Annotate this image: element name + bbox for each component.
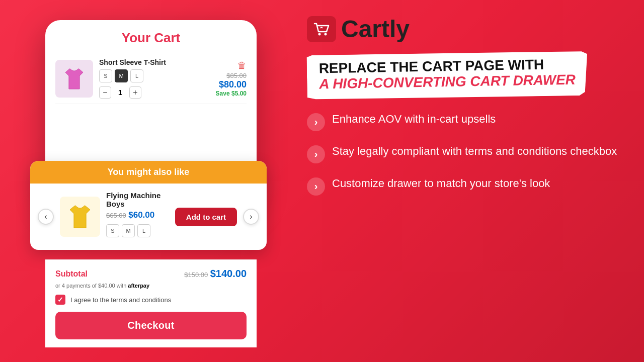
upsell-sale-price: $60.00 — [128, 210, 154, 220]
svg-point-0 — [318, 33, 321, 35]
feature-item-1: › Enhance AOV with in-cart upsells — [307, 112, 624, 131]
upsell-size-l-btn[interactable]: L — [137, 224, 150, 237]
upsell-body: ‹ Flying Machine Boys $65.00 $60.00 — [30, 184, 267, 250]
item-name: Short Sleeve T-Shirt — [99, 58, 210, 66]
afterpay-logo: afterpay — [128, 283, 149, 289]
upsell-size-m-btn[interactable]: M — [122, 224, 135, 237]
upsell-section: You might also like ‹ Flying Machine Boy… — [30, 161, 267, 250]
bottom-section: Subtotal $150.00 $140.00 or 4 payments o… — [45, 259, 257, 347]
cart-icon — [312, 22, 331, 37]
feature-text-1: Enhance AOV with in-cart upsells — [332, 112, 496, 127]
item-image — [55, 60, 93, 98]
qty-control: − 1 + — [99, 86, 210, 99]
upsell-details: Flying Machine Boys $65.00 $60.00 S M L — [106, 191, 169, 242]
upsell-item-image — [60, 197, 100, 237]
headline-wrapper: REPLACE THE CART PAGE WITH A HIGH-CONVER… — [307, 53, 624, 98]
upsell-size-s-btn[interactable]: S — [106, 224, 119, 237]
subtotal-prices: $150.00 $140.00 — [184, 268, 247, 280]
size-options[interactable]: S M L — [99, 69, 210, 82]
pink-tshirt-icon — [60, 65, 88, 93]
size-m-btn[interactable]: M — [115, 69, 128, 82]
chevron-icon-1: › — [307, 113, 325, 131]
item-original-price: $85.00 — [216, 72, 247, 79]
checkbox-check-icon: ✓ — [57, 296, 63, 304]
qty-value: 1 — [115, 88, 125, 97]
carousel-next-btn[interactable]: › — [243, 209, 259, 225]
right-section: Cartly REPLACE THE CART PAGE WITH A HIGH… — [287, 0, 644, 362]
headline-line2: A HIGH-CONVERTING CART DRAWER — [319, 72, 576, 92]
carousel-prev-btn[interactable]: ‹ — [38, 209, 54, 225]
chevron-icon-3: › — [307, 177, 325, 196]
subtotal-label: Subtotal — [55, 269, 88, 279]
left-section: Your Cart Short Sleeve T-Shirt S M L − — [30, 20, 272, 352]
cart-title: Your Cart — [55, 30, 247, 46]
subtotal-row: Subtotal $150.00 $140.00 — [55, 268, 247, 280]
svg-point-1 — [325, 33, 327, 35]
feature-text-2: Stay legally compliant with terms and co… — [332, 144, 617, 159]
feature-text-3: Customize drawer to match your store's l… — [332, 176, 550, 191]
price-section: $85.00 $80.00 Save $5.00 — [216, 72, 247, 97]
terms-text: I agree to the terms and conditions — [70, 296, 171, 304]
yellow-tshirt-icon — [65, 202, 95, 232]
upsell-header: You might also like — [30, 161, 267, 184]
upsell-item: Flying Machine Boys $65.00 $60.00 S M L … — [60, 191, 237, 242]
item-details: Short Sleeve T-Shirt S M L − 1 + — [99, 58, 210, 99]
item-save-text: Save $5.00 — [216, 90, 247, 97]
logo-icon-box — [307, 16, 336, 42]
upsell-item-name: Flying Machine Boys — [106, 191, 169, 208]
upsell-sizes[interactable]: S M L — [106, 224, 169, 237]
upsell-prices: $65.00 $60.00 — [106, 210, 169, 220]
size-l-btn[interactable]: L — [130, 69, 143, 82]
subtotal-original-price: $150.00 — [184, 271, 208, 279]
delete-icon[interactable]: 🗑 — [237, 60, 247, 71]
chevron-icon-2: › — [307, 145, 325, 163]
brand-name: Cartly — [341, 15, 410, 43]
size-s-btn[interactable]: S — [99, 69, 112, 82]
qty-increase-btn[interactable]: + — [129, 86, 141, 99]
feature-item-2: › Stay legally compliant with terms and … — [307, 144, 624, 163]
item-sale-price: $80.00 — [216, 79, 247, 90]
headline-brush: REPLACE THE CART PAGE WITH A HIGH-CONVER… — [306, 50, 588, 100]
qty-decrease-btn[interactable]: − — [99, 86, 111, 99]
cart-item: Short Sleeve T-Shirt S M L − 1 + 🗑 $85.0… — [55, 53, 247, 104]
afterpay-text: or 4 payments of $40.00 with afterpay — [55, 283, 247, 289]
add-to-cart-button[interactable]: Add to cart — [175, 208, 237, 226]
feature-item-3: › Customize drawer to match your store's… — [307, 176, 624, 196]
logo-area: Cartly — [307, 15, 624, 43]
subtotal-sale-price: $140.00 — [210, 268, 247, 279]
terms-checkbox[interactable]: ✓ — [55, 295, 65, 305]
checkout-button[interactable]: Checkout — [55, 312, 247, 339]
terms-row[interactable]: ✓ I agree to the terms and conditions — [55, 295, 247, 305]
features-list: › Enhance AOV with in-cart upsells › Sta… — [307, 112, 624, 196]
upsell-original-price: $65.00 — [106, 212, 126, 219]
